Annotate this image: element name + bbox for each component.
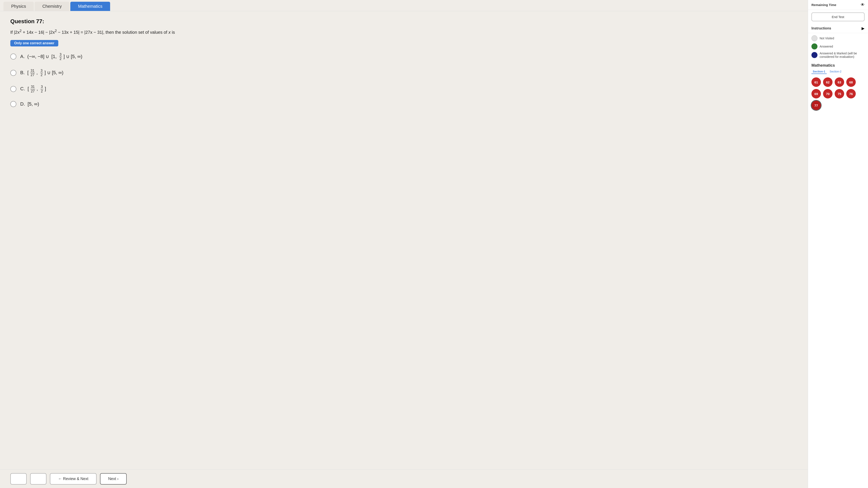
timer-toggle[interactable]: 👁 — [861, 3, 865, 7]
sidebar-top: Remaining Time 👁 — [808, 0, 868, 10]
q-num-61[interactable]: 61 — [811, 77, 821, 87]
tab-chemistry[interactable]: Chemistry — [35, 2, 69, 11]
btn-review-next[interactable]: ← Review & Next — [50, 473, 97, 485]
instructions-header: Instructions ▶ — [808, 24, 868, 33]
section-tabs: Section-1 Section-2 — [808, 69, 868, 76]
tab-physics[interactable]: Physics — [3, 2, 34, 11]
question-area: Question 77: If |2x2 + 14x − 16| − |2x2 … — [0, 11, 808, 469]
option-c[interactable]: C. [ 31 27 , 3 2 ] — [10, 85, 798, 93]
option-c-label: C. [ 31 27 , 3 2 ] — [20, 85, 46, 93]
q-num-62[interactable]: 62 — [823, 77, 833, 87]
option-a-label: A. (−∞, −8] ∪ [1, 3 2 ] ∪ [5, ∞) — [20, 53, 82, 61]
legend-not-visited: Not Visited — [811, 35, 865, 41]
answer-type-badge: Only one correct answer — [10, 40, 58, 46]
q-num-68[interactable]: 68 — [846, 77, 856, 87]
instructions-label: Instructions — [811, 27, 831, 30]
btn-next[interactable]: Next › — [100, 473, 127, 485]
answered-dot — [811, 43, 817, 50]
instructions-expand-icon[interactable]: ▶ — [862, 26, 865, 31]
radio-c[interactable] — [10, 86, 17, 92]
q-num-77[interactable]: 77 — [811, 101, 821, 110]
question-text: If |2x2 + 14x − 16| − |2x2 − 13x + 15| =… — [10, 28, 798, 36]
radio-a[interactable] — [10, 54, 17, 60]
answered-marked-label: Answered & Marked (will be considered fo… — [819, 52, 865, 59]
frac-3-2-c: 3 2 — [40, 85, 43, 93]
q-num-76[interactable]: 76 — [846, 89, 856, 98]
option-d[interactable]: D. [5, ∞) — [10, 101, 798, 107]
frac-3-2-b: 3 2 — [40, 69, 43, 77]
bottom-buttons: ← Review & Next Next › — [0, 469, 808, 488]
not-visited-label: Not Visited — [819, 37, 834, 40]
legend-answered-marked: Answered & Marked (will be considered fo… — [811, 52, 865, 59]
tab-mathematics[interactable]: Mathematics — [70, 2, 110, 11]
radio-d[interactable] — [10, 101, 17, 107]
options-list: A. (−∞, −8] ∪ [1, 3 2 ] ∪ [5, ∞) B. [ 31… — [10, 53, 798, 107]
option-d-label: D. [5, ∞) — [20, 101, 39, 107]
frac-31-27-c: 31 27 — [30, 85, 35, 93]
section-tab-2[interactable]: Section-2 — [829, 69, 843, 74]
q-num-70[interactable]: 70 — [823, 89, 833, 98]
tab-bar: Physics Chemistry Mathematics — [0, 0, 808, 11]
frac-3-2-a: 3 2 — [59, 53, 62, 61]
q-num-63[interactable]: 63 — [835, 77, 844, 87]
sidebar: Remaining Time 👁 End Test Instructions ▶… — [808, 0, 868, 488]
option-b-label: B. [ 31 27 , 3 2 ] ∪ [5, ∞) — [20, 69, 63, 77]
btn-2[interactable] — [30, 473, 46, 485]
answered-label: Answered — [819, 45, 833, 48]
q-num-69[interactable]: 69 — [811, 89, 821, 98]
option-a[interactable]: A. (−∞, −8] ∪ [1, 3 2 ] ∪ [5, ∞) — [10, 53, 798, 61]
radio-b[interactable] — [10, 70, 17, 76]
remaining-time-label: Remaining Time — [811, 3, 836, 7]
main-content: Physics Chemistry Mathematics Question 7… — [0, 0, 808, 488]
not-visited-dot — [811, 35, 817, 41]
mathematics-section-title: Mathematics — [808, 61, 868, 69]
question-number-grid: 61 62 63 68 69 70 75 76 77 — [808, 76, 868, 112]
question-title: Question 77: — [10, 18, 798, 25]
answered-marked-dot — [811, 52, 817, 58]
legend: Not Visited Answered Answered & Marked (… — [808, 33, 868, 61]
q-num-75[interactable]: 75 — [835, 89, 844, 98]
section-tab-1[interactable]: Section-1 — [811, 69, 827, 74]
legend-answered: Answered — [811, 43, 865, 50]
frac-31-27-b: 31 27 — [30, 69, 35, 77]
btn-1[interactable] — [10, 473, 27, 485]
end-test-button[interactable]: End Test — [811, 12, 865, 21]
option-b[interactable]: B. [ 31 27 , 3 2 ] ∪ [5, ∞) — [10, 69, 798, 77]
